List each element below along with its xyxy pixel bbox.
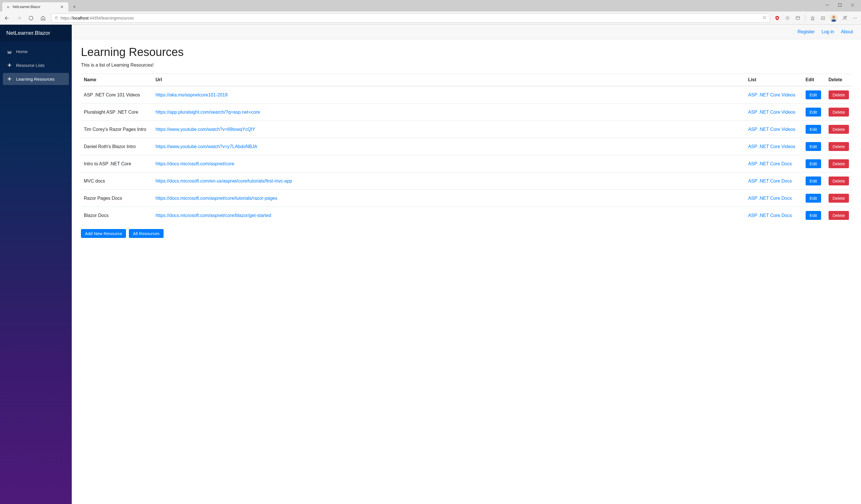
svg-point-18 bbox=[855, 17, 855, 18]
table-row: Intro to ASP .NET Corehttps://docs.micro… bbox=[81, 155, 852, 173]
add-new-resource-button[interactable]: Add New Resource bbox=[81, 229, 126, 238]
window-maximize-button[interactable] bbox=[833, 1, 846, 9]
tab-bar: ▦ NetLearner.Blazor ✕ + bbox=[0, 0, 861, 12]
resource-list-link[interactable]: ASP .NET Core Docs bbox=[748, 196, 792, 201]
delete-button[interactable]: Delete bbox=[829, 108, 849, 117]
cell-name: Tim Corey's Razor Pages Intro bbox=[81, 121, 153, 138]
cell-name: ASP .NET Core 101 Videos bbox=[81, 86, 153, 104]
delete-button[interactable]: Delete bbox=[829, 194, 849, 203]
cell-url: https://docs.microsoft.com/aspnet/core/b… bbox=[153, 207, 745, 224]
collections-icon[interactable] bbox=[820, 15, 826, 21]
reading-view-icon[interactable] bbox=[795, 15, 801, 21]
cell-name: Blazor Docs bbox=[81, 207, 153, 224]
edit-button[interactable]: Edit bbox=[806, 108, 821, 117]
cell-list: ASP .NET Core Docs bbox=[745, 190, 803, 207]
cell-url: https://docs.microsoft.com/aspnet/core bbox=[153, 155, 745, 173]
window-minimize-button[interactable] bbox=[821, 1, 833, 9]
cell-list: ASP .NET Core Docs bbox=[745, 173, 803, 190]
favorite-star-icon[interactable] bbox=[762, 15, 767, 21]
edit-button[interactable]: Edit bbox=[806, 159, 821, 168]
sidebar-item-home[interactable]: <="path d="M3 11l9-8 9 8" fill="none" st… bbox=[3, 45, 69, 57]
all-resources-button[interactable]: All Resources bbox=[129, 229, 164, 238]
home-button[interactable] bbox=[39, 14, 47, 22]
delete-button[interactable]: Delete bbox=[829, 91, 849, 99]
brand[interactable]: NetLearner.Blazor bbox=[0, 25, 72, 41]
cell-list: ASP .NET Core Docs bbox=[745, 207, 803, 224]
edit-button[interactable]: Edit bbox=[806, 142, 821, 151]
sidebar-item-learning-resources[interactable]: Learning Resources bbox=[3, 73, 69, 85]
resource-url-link[interactable]: https://www.youtube.com/watch?v=68towqYc… bbox=[155, 127, 255, 132]
login-link[interactable]: Log in bbox=[822, 29, 834, 35]
toolbar-divider bbox=[805, 15, 805, 21]
edit-button[interactable]: Edit bbox=[806, 211, 821, 220]
register-link[interactable]: Register bbox=[797, 29, 815, 35]
delete-button[interactable]: Delete bbox=[829, 211, 849, 220]
resource-url-link[interactable]: https://www.youtube.com/watch?v=y7LAbdoN… bbox=[155, 144, 257, 149]
menu-icon[interactable] bbox=[852, 15, 858, 21]
edit-button[interactable]: Edit bbox=[806, 91, 821, 99]
resource-list-link[interactable]: ASP .NET Core Videos bbox=[748, 110, 795, 114]
th-edit: Edit bbox=[803, 74, 826, 86]
new-tab-button[interactable]: + bbox=[71, 3, 78, 11]
cell-edit: Edit bbox=[803, 173, 826, 190]
url-scheme: https:// bbox=[60, 16, 73, 21]
resource-list-link[interactable]: ASP .NET Core Docs bbox=[748, 213, 792, 218]
sidebar-item-resource-lists[interactable]: Resource Lists bbox=[3, 59, 69, 71]
resource-list-link[interactable]: ASP .NET Core Videos bbox=[748, 127, 795, 132]
back-button[interactable] bbox=[3, 14, 11, 22]
cell-url: https://www.youtube.com/watch?v=68towqYc… bbox=[153, 121, 745, 138]
sidebar-item-label: Resource Lists bbox=[16, 63, 44, 68]
resource-list-link[interactable]: ASP .NET Core Docs bbox=[748, 161, 792, 166]
window-controls bbox=[821, 1, 859, 9]
cell-name: MVC docs bbox=[81, 173, 153, 190]
extension-ublock-icon[interactable] bbox=[774, 15, 780, 21]
edit-button[interactable]: Edit bbox=[806, 177, 821, 186]
resource-url-link[interactable]: https://docs.microsoft.com/aspnet/core bbox=[155, 161, 234, 166]
resource-list-link[interactable]: ASP .NET Core Docs bbox=[748, 178, 792, 183]
lock-icon bbox=[54, 15, 58, 21]
delete-button[interactable]: Delete bbox=[829, 125, 849, 134]
cell-delete: Delete bbox=[826, 207, 852, 224]
tab-title: NetLearner.Blazor bbox=[13, 5, 57, 9]
edit-button[interactable]: Edit bbox=[806, 125, 821, 134]
table-row: Tim Corey's Razor Pages Introhttps://www… bbox=[81, 121, 852, 138]
cell-edit: Edit bbox=[803, 121, 826, 138]
resource-list-link[interactable]: ASP .NET Core Videos bbox=[748, 144, 795, 149]
sidebar: NetLearner.Blazor <="path d="M3 11l9-8 9… bbox=[0, 25, 72, 504]
page-description: This is a list of Learning Resources! bbox=[81, 63, 852, 68]
feedback-icon[interactable] bbox=[842, 15, 848, 21]
forward-button[interactable] bbox=[15, 14, 23, 22]
cell-url: https://docs.microsoft.com/aspnet/core/t… bbox=[153, 190, 745, 207]
resource-url-link[interactable]: https://docs.microsoft.com/aspnet/core/t… bbox=[155, 196, 277, 201]
delete-button[interactable]: Delete bbox=[829, 177, 849, 186]
window-close-button[interactable] bbox=[846, 1, 859, 9]
cell-name: Razor Pages Docs bbox=[81, 190, 153, 207]
cell-list: ASP .NET Core Videos bbox=[745, 86, 803, 104]
resource-url-link[interactable]: https://app.pluralsight.com/search/?q=as… bbox=[155, 110, 260, 114]
edit-button[interactable]: Edit bbox=[806, 194, 821, 203]
delete-button[interactable]: Delete bbox=[829, 159, 849, 168]
refresh-button[interactable] bbox=[27, 14, 35, 22]
resource-url-link[interactable]: https://aka.ms/aspnetcore101-2019 bbox=[155, 92, 228, 97]
table-row: Blazor Docshttps://docs.microsoft.com/as… bbox=[81, 207, 852, 224]
resource-list-link[interactable]: ASP .NET Core Videos bbox=[748, 92, 795, 97]
address-bar[interactable]: https://localhost:44354/learningresource… bbox=[51, 13, 770, 23]
resource-url-link[interactable]: https://docs.microsoft.com/aspnet/core/b… bbox=[155, 213, 271, 218]
browser-chrome: ▦ NetLearner.Blazor ✕ + bbox=[0, 0, 861, 25]
cell-edit: Edit bbox=[803, 190, 826, 207]
profile-avatar[interactable] bbox=[830, 14, 837, 22]
browser-tab[interactable]: ▦ NetLearner.Blazor ✕ bbox=[2, 2, 68, 12]
delete-button[interactable]: Delete bbox=[829, 142, 849, 151]
tab-close-icon[interactable]: ✕ bbox=[59, 4, 65, 10]
cell-list: ASP .NET Core Videos bbox=[745, 138, 803, 155]
about-link[interactable]: About bbox=[841, 29, 853, 35]
resource-url-link[interactable]: https://docs.microsoft.com/en-us/aspnet/… bbox=[155, 178, 292, 183]
svg-point-5 bbox=[776, 17, 778, 18]
cell-delete: Delete bbox=[826, 86, 852, 104]
cell-edit: Edit bbox=[803, 104, 826, 121]
extension-icon[interactable] bbox=[784, 15, 791, 21]
svg-rect-4 bbox=[55, 17, 57, 19]
cell-url: https://docs.microsoft.com/en-us/aspnet/… bbox=[153, 173, 745, 190]
favorites-icon[interactable] bbox=[809, 15, 816, 21]
cell-name: Daniel Roth's Blazor Intro bbox=[81, 138, 153, 155]
